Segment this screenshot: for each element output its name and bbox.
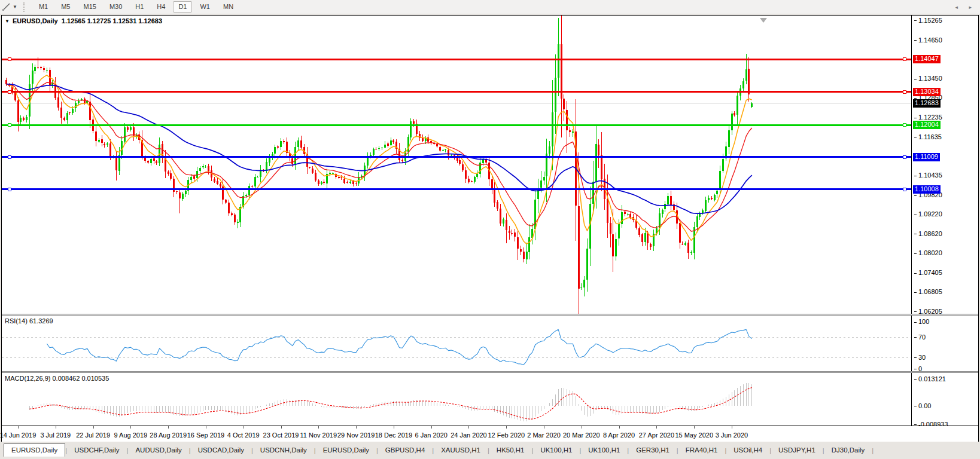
line-price-badge: 1.10008 bbox=[913, 185, 941, 194]
chart-tab-hk50-h1[interactable]: HK50,H1 bbox=[489, 445, 532, 457]
chart-tab-audusd-daily[interactable]: AUDUSD,Daily bbox=[128, 445, 188, 457]
price-axis-tick: 1.13450 bbox=[914, 75, 942, 82]
statusbar-filler bbox=[0, 457, 980, 459]
date-axis-label: 23 Oct 2019 bbox=[263, 432, 299, 439]
date-axis-tick bbox=[281, 426, 282, 429]
date-axis-tick bbox=[130, 426, 131, 429]
timeframe-toolbar: ▼ M1M5M15M30H1H4D1W1MN bbox=[0, 0, 980, 14]
date-axis-label: 4 Oct 2019 bbox=[227, 432, 260, 439]
axis-tick-dash bbox=[914, 98, 917, 99]
rsi-axis: 10070300 bbox=[912, 316, 978, 371]
chart-tab-usdcnh-daily[interactable]: USDCNH,Daily bbox=[253, 445, 314, 457]
date-axis-label: 18 Dec 2019 bbox=[375, 432, 412, 439]
chart-shift-marker-icon[interactable] bbox=[760, 18, 767, 23]
axis-tick-dash bbox=[914, 234, 917, 234]
date-axis-tick bbox=[318, 426, 319, 429]
chart-tab-eurusd-daily[interactable]: EURUSD,Daily bbox=[4, 443, 65, 457]
date-axis-label: 27 Apr 2020 bbox=[639, 432, 674, 439]
chart-tab-fra40-h1[interactable]: FRA40,H1 bbox=[678, 445, 725, 457]
axis-tick-dash bbox=[914, 369, 917, 369]
date-axis-label: 28 Aug 2019 bbox=[150, 432, 187, 439]
chart-tab-ger30-h1[interactable]: GER30,H1 bbox=[629, 445, 677, 457]
chart-tab-dj30-daily[interactable]: DJ30,Daily bbox=[824, 445, 872, 457]
axis-tick-dash bbox=[914, 20, 917, 21]
timeframe-button-m5[interactable]: M5 bbox=[56, 1, 75, 13]
rsi-axis-tick: 100 bbox=[914, 318, 929, 326]
price-axis-tick: 1.08620 bbox=[914, 230, 942, 238]
macd-axis: 0.0131210.00-0.008933 bbox=[912, 373, 978, 426]
date-axis-label: 8 Apr 2020 bbox=[603, 432, 635, 439]
chart-title: ▼EURUSD,Daily 1.12565 1.12725 1.12531 1.… bbox=[5, 17, 162, 25]
tab-scroll-arrows[interactable]: ◂ ▸ bbox=[955, 4, 976, 10]
axis-tick-dash bbox=[914, 118, 917, 118]
rsi-canvas[interactable]: RSI(14) 61.3269 bbox=[2, 316, 912, 371]
rsi-axis-tick: 70 bbox=[914, 333, 926, 341]
date-axis: 14 Jun 20193 Jul 201922 Jul 20199 Aug 20… bbox=[2, 426, 978, 442]
chart-tab-bar: EURUSD,Daily|USDCHF,Daily|AUDUSD,Daily|U… bbox=[0, 442, 980, 457]
axis-tick-dash bbox=[914, 176, 917, 176]
chart-tab-usdchf-daily[interactable]: USDCHF,Daily bbox=[67, 445, 126, 457]
date-axis-label: 14 Jun 2019 bbox=[0, 432, 36, 439]
chart-tab-usoil-h4[interactable]: USOil,H4 bbox=[726, 445, 769, 457]
timeframe-button-w1[interactable]: W1 bbox=[194, 1, 215, 13]
axis-tick-dash bbox=[914, 357, 917, 358]
axis-tick-dash bbox=[914, 195, 917, 196]
macd-indicator-label: MACD(12,26,9) 0.008462 0.010535 bbox=[5, 375, 109, 382]
macd-axis-tick: 0.00 bbox=[914, 402, 931, 410]
macd-panel: MACD(12,26,9) 0.008462 0.010535 0.013121… bbox=[2, 373, 978, 426]
chart-tab-uk100-h1[interactable]: UK100,H1 bbox=[533, 445, 579, 457]
timeframe-button-m15[interactable]: M15 bbox=[78, 1, 101, 13]
date-axis-label: 24 Jan 2020 bbox=[451, 432, 487, 439]
axis-tick-dash bbox=[914, 337, 917, 338]
date-axis-tick bbox=[18, 426, 19, 429]
macd-axis-tick: -0.008933 bbox=[914, 421, 948, 426]
rsi-panel: RSI(14) 61.3269 10070300 bbox=[2, 316, 978, 371]
axis-tick-dash bbox=[914, 215, 917, 215]
timeframe-button-m1[interactable]: M1 bbox=[34, 1, 53, 13]
date-axis-tick bbox=[544, 426, 544, 429]
date-axis-label: 16 Sep 2019 bbox=[187, 432, 224, 439]
date-axis-label: 2 Mar 2020 bbox=[527, 432, 561, 439]
macd-canvas[interactable]: MACD(12,26,9) 0.008462 0.010535 bbox=[2, 373, 912, 426]
timeframe-button-h1[interactable]: H1 bbox=[130, 1, 149, 13]
timeframe-button-m30[interactable]: M30 bbox=[104, 1, 127, 13]
price-axis-tick: 1.07405 bbox=[914, 269, 942, 277]
date-axis-label: 20 Mar 2020 bbox=[563, 432, 600, 439]
date-axis-label: 9 Aug 2019 bbox=[114, 432, 148, 439]
line-price-badge: 1.13034 bbox=[913, 88, 941, 96]
date-axis-tick bbox=[356, 426, 357, 429]
chart-tab-usdjpy-h1[interactable]: USDJPY,H1 bbox=[771, 445, 823, 457]
tool-dropdown-arrow-icon[interactable]: ▼ bbox=[13, 4, 17, 10]
price-axis-tick: 1.08020 bbox=[914, 249, 942, 257]
date-axis-label: 11 Nov 2019 bbox=[300, 432, 337, 439]
line-price-badge: 1.11009 bbox=[913, 153, 940, 161]
axis-tick-dash bbox=[914, 379, 917, 380]
axis-tick-dash bbox=[914, 406, 917, 406]
axis-tick-dash bbox=[914, 253, 917, 254]
date-axis-tick bbox=[506, 426, 507, 429]
chart-tab-gbpusd-h4[interactable]: GBPUSD,H4 bbox=[378, 445, 432, 457]
date-axis-tick bbox=[168, 426, 169, 429]
tab-separator: | bbox=[872, 447, 874, 457]
main-chart-canvas[interactable]: ▼EURUSD,Daily 1.12565 1.12725 1.12531 1.… bbox=[2, 16, 912, 314]
pointer-tool-icon[interactable] bbox=[1, 2, 11, 12]
chart-title-symbol: EURUSD,Daily bbox=[13, 17, 58, 25]
date-axis-label: 15 May 2020 bbox=[675, 432, 713, 439]
date-axis-tick bbox=[206, 426, 206, 429]
timeframe-button-d1[interactable]: D1 bbox=[173, 1, 192, 13]
timeframe-button-mn[interactable]: MN bbox=[218, 1, 239, 13]
chart-tab-eurusd-daily[interactable]: EURUSD,Daily bbox=[316, 445, 376, 457]
chart-tab-uk100-h1[interactable]: UK100,H1 bbox=[581, 445, 627, 457]
timeframe-button-h4[interactable]: H4 bbox=[151, 1, 171, 13]
chart-tab-usdcad-daily[interactable]: USDCAD,Daily bbox=[191, 445, 251, 457]
date-axis-label: 3 Jul 2019 bbox=[40, 432, 71, 439]
date-axis-tick bbox=[468, 426, 469, 429]
toolbar-grip-handle[interactable] bbox=[23, 2, 26, 12]
chart-tab-xauusd-h1[interactable]: XAUUSD,H1 bbox=[434, 445, 488, 457]
axis-tick-dash bbox=[914, 311, 917, 312]
price-axis-tick: 1.10435 bbox=[914, 172, 942, 179]
rsi-indicator-label: RSI(14) 61.3269 bbox=[5, 317, 53, 325]
rsi-axis-tick: 30 bbox=[914, 354, 926, 362]
line-price-badge: 1.12004 bbox=[913, 121, 941, 129]
date-axis-tick bbox=[619, 426, 620, 429]
